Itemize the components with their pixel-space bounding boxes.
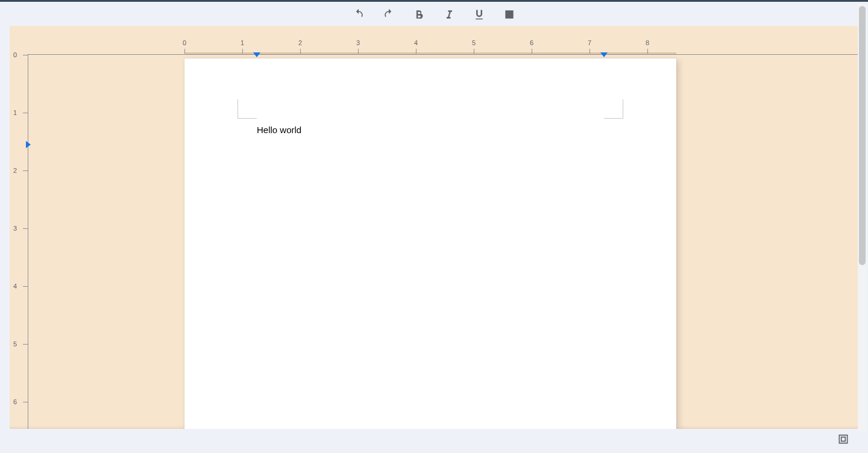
- document-canvas[interactable]: 012345678 0123456 Hello world: [10, 26, 858, 429]
- underline-icon: [473, 8, 485, 20]
- vertical-ruler[interactable]: 0123456: [10, 26, 28, 429]
- left-indent-marker[interactable]: [253, 52, 260, 57]
- v-ruler-tick: 0: [13, 51, 17, 58]
- horizontal-ruler[interactable]: 012345678: [10, 26, 858, 54]
- v-ruler-tick: 4: [13, 283, 17, 290]
- undo-icon: [353, 8, 365, 20]
- margin-corner-top-left: [237, 99, 257, 119]
- explore-button[interactable]: [835, 433, 851, 448]
- v-ruler-tick: 5: [13, 340, 17, 348]
- document-body-text[interactable]: Hello world: [257, 125, 301, 135]
- h-ruler-tick: 5: [472, 39, 476, 46]
- h-ruler-tick: 4: [414, 39, 418, 46]
- vertical-scrollbar[interactable]: [858, 4, 867, 431]
- h-ruler-tick: 0: [183, 39, 186, 46]
- image-icon: [503, 8, 515, 20]
- redo-icon: [383, 8, 395, 20]
- v-ruler-tick: 3: [13, 225, 17, 232]
- margin-corner-top-right: [604, 99, 623, 119]
- italic-icon: [443, 8, 455, 20]
- h-ruler-tick: 7: [588, 39, 591, 46]
- document-page[interactable]: Hello world: [184, 58, 676, 429]
- v-ruler-baseline: [28, 54, 28, 429]
- redo-button[interactable]: [382, 8, 395, 21]
- v-ruler-tick: 6: [13, 398, 17, 405]
- h-ruler-tick: 1: [241, 39, 244, 46]
- underline-button[interactable]: [473, 8, 486, 21]
- bold-icon: [413, 8, 425, 20]
- h-ruler-baseline: [28, 54, 858, 55]
- h-ruler-tick: 2: [298, 39, 302, 46]
- undo-button[interactable]: [352, 8, 365, 21]
- explore-icon: [837, 433, 849, 448]
- bold-button[interactable]: [412, 8, 426, 21]
- top-indent-marker[interactable]: [26, 141, 31, 148]
- h-ruler-tick: 6: [530, 39, 533, 46]
- italic-button[interactable]: [442, 8, 456, 21]
- v-ruler-tick: 2: [13, 167, 17, 174]
- h-ruler-tick: 3: [356, 39, 360, 46]
- toolbar: [0, 4, 868, 25]
- right-indent-marker[interactable]: [600, 52, 608, 57]
- v-ruler-tick: 1: [13, 109, 17, 116]
- h-ruler-tick: 8: [646, 39, 649, 46]
- insert-image-button[interactable]: [503, 8, 516, 21]
- scrollbar-thumb[interactable]: [859, 6, 866, 265]
